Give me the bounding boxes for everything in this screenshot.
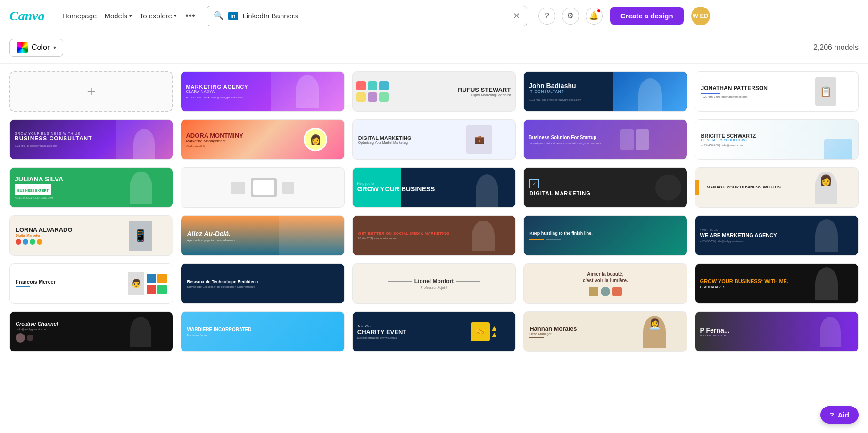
linkedin-badge: in xyxy=(228,12,238,20)
template-card[interactable]: Join Our CHARITY EVENT More information:… xyxy=(352,311,516,352)
search-clear-button[interactable]: ✕ xyxy=(513,11,520,21)
canva-logo[interactable]: Canva xyxy=(9,8,52,24)
template-card[interactable]: Aimer la beauté,c'est voir la lumière. xyxy=(523,263,687,304)
aid-icon: ? xyxy=(830,411,834,419)
template-card[interactable]: WARDIERE INCORPORATED Marketing Agent xyxy=(181,311,344,352)
nav-models[interactable]: Models ▾ xyxy=(101,10,134,22)
settings-button[interactable]: ⚙ xyxy=(562,8,579,25)
template-card[interactable]: MARKETING AGENCY CLARA NADYA ✦ +123-456-… xyxy=(181,71,344,112)
create-design-button[interactable]: Create a design xyxy=(610,7,684,25)
add-new-card[interactable]: + xyxy=(9,71,173,112)
nav-homepage[interactable]: Homepage xyxy=(59,10,99,22)
template-card[interactable]: John Badiashu IT CONSULTANT +123-456-789… xyxy=(523,71,687,112)
nav-explore[interactable]: To explore ▾ xyxy=(137,10,180,22)
help-icon: ? xyxy=(545,11,549,21)
template-card[interactable]: Creative Channel hello@reallygreatsite.c… xyxy=(9,311,173,352)
help-button[interactable]: ? xyxy=(538,8,555,25)
template-card[interactable]: Hannah Morales Head Manager 👩‍💼 xyxy=(523,311,687,352)
plant-icon xyxy=(231,182,245,194)
template-card[interactable]: ✓ DIGITAL MARKETING xyxy=(523,167,687,208)
color-label: Color xyxy=(32,43,50,52)
search-bar: 🔍 in ✕ xyxy=(207,6,527,26)
person-silhouette xyxy=(296,75,319,108)
template-card[interactable]: GET BETTER ON SOCIAL MEDIA MARKETING 02 … xyxy=(352,215,516,256)
notifications-button[interactable]: 🔔 xyxy=(586,8,603,25)
template-card[interactable] xyxy=(181,167,344,208)
models-chevron-icon: ▾ xyxy=(129,13,132,19)
grid-container: + MARKETING AGENCY CLARA NADYA ✦ +123-45… xyxy=(0,64,868,433)
template-card[interactable]: Keep hustling to the finish line. xyxy=(523,215,687,256)
template-card[interactable]: JULIANA SILVA BUSINESS EXPERT HELLO@REAL… xyxy=(9,167,173,208)
avatar[interactable]: W ED xyxy=(691,7,710,25)
template-card[interactable]: YOUR LOGO WE ARE MARKETING AGENCY +123-4… xyxy=(695,215,859,256)
template-card[interactable]: MANAGE YOUR BUSINESS WITH US 👩 xyxy=(695,167,859,208)
template-card[interactable]: GROW YOUR BUSINESS WITH US BUSINESS CONS… xyxy=(9,119,173,160)
color-chevron-icon: ▾ xyxy=(53,44,56,51)
template-card[interactable]: Lionel Monfort Professeur Adjoint xyxy=(352,263,516,304)
gear-icon: ⚙ xyxy=(567,11,574,21)
header: Canva Homepage Models ▾ To explore ▾ •••… xyxy=(0,0,868,32)
template-card[interactable]: RUFUS STEWART Digital Marketing Speciali… xyxy=(352,71,516,112)
template-card[interactable]: Francois Mercer 👨 xyxy=(9,263,173,304)
templates-grid: + MARKETING AGENCY CLARA NADYA ✦ +123-45… xyxy=(9,71,859,352)
template-card[interactable]: P Ferna... MARKETING STA... xyxy=(695,311,859,352)
aid-label: Aid xyxy=(838,411,849,419)
aid-button[interactable]: ? Aid xyxy=(820,406,859,424)
header-icons: ? ⚙ 🔔 xyxy=(538,8,603,25)
template-card[interactable]: GROW YOUR BUSINESS* WITH ME. CLAUDIA ALV… xyxy=(695,263,859,304)
toolbar: Color ▾ 2,206 models xyxy=(0,32,868,64)
template-card[interactable]: LORNA ALVARADO Digital Marketer 📱 xyxy=(9,215,173,256)
template-card[interactable]: Allez Au-Delà. Agence de voyage tourisme… xyxy=(181,215,344,256)
models-count: 2,206 models xyxy=(813,43,859,52)
template-card[interactable]: BRIGITTE SCHWARTZ CLINICAL PSYCHOLOGIST … xyxy=(695,119,859,160)
explore-chevron-icon: ▾ xyxy=(174,13,177,19)
search-icon: 🔍 xyxy=(214,11,223,21)
color-icon xyxy=(17,42,28,53)
template-card[interactable]: Réseaux de Technologie Redditech Service… xyxy=(181,263,344,304)
template-card[interactable]: Business Solution For Startup Lorem ipsu… xyxy=(523,119,687,160)
template-card[interactable]: Help you to GROW YOUR BUSINESS xyxy=(352,167,516,208)
template-card[interactable]: ADORA MONTMINY Marketing Management @ado… xyxy=(181,119,344,160)
search-input[interactable] xyxy=(243,12,508,20)
notification-dot xyxy=(597,9,601,13)
main-nav: Homepage Models ▾ To explore ▾ ••• xyxy=(59,8,199,23)
nav-more-button[interactable]: ••• xyxy=(182,8,199,23)
template-card[interactable]: JONATHAN PATTERSON +123-456-789 | jonath… xyxy=(695,71,859,112)
add-icon: + xyxy=(87,83,96,100)
template-card[interactable]: DIGITAL MARKETING Optimizing Your Market… xyxy=(352,119,516,160)
color-filter-button[interactable]: Color ▾ xyxy=(9,39,63,57)
